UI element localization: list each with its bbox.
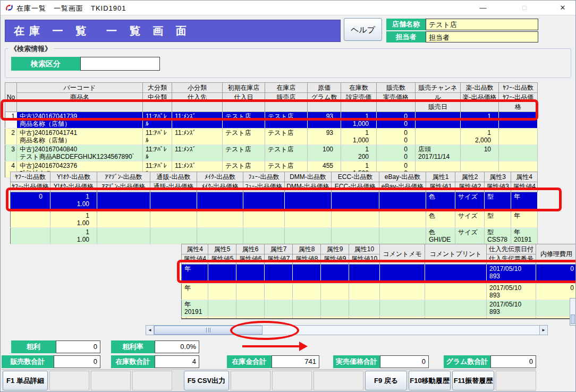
cell[interactable]: 1 2,000 bbox=[461, 129, 499, 145]
f1-item-detail-button[interactable]: F1 単品詳細 bbox=[3, 371, 48, 390]
cell[interactable]: テスト店 bbox=[223, 145, 265, 161]
cell[interactable]: 型 bbox=[485, 192, 511, 211]
cell[interactable]: 2017/05/10 893 bbox=[487, 300, 536, 317]
cell[interactable] bbox=[349, 317, 380, 320]
cell[interactable] bbox=[425, 284, 487, 300]
cell[interactable] bbox=[380, 265, 425, 284]
horizontal-scrollbar[interactable]: ◄ ► bbox=[146, 325, 548, 335]
scroll-right-icon[interactable]: ► bbox=[539, 326, 547, 335]
cell[interactable] bbox=[380, 317, 425, 320]
cell[interactable] bbox=[243, 192, 285, 211]
cell[interactable] bbox=[243, 228, 285, 244]
cell[interactable]: 2 bbox=[5, 129, 17, 145]
cell[interactable] bbox=[150, 211, 197, 228]
staff-field[interactable]: 担当者 bbox=[426, 31, 538, 42]
f11-transfer-history-button[interactable]: F11振替履歴 bbox=[452, 371, 494, 390]
cell[interactable] bbox=[499, 129, 538, 145]
cell[interactable]: テスト店 bbox=[265, 145, 308, 161]
table-row[interactable]: 3中古)240167040840 テスト商品ABCDEFGHIJK1234567… bbox=[5, 145, 538, 161]
cell[interactable] bbox=[499, 112, 538, 129]
cell[interactable] bbox=[236, 300, 265, 317]
cell[interactable] bbox=[285, 228, 332, 244]
cell[interactable] bbox=[208, 317, 236, 320]
cell[interactable] bbox=[321, 317, 349, 320]
cell[interactable] bbox=[243, 211, 285, 228]
cell[interactable]: 11:ｱﾊﾟﾚﾙ bbox=[143, 145, 172, 161]
cell[interactable] bbox=[379, 211, 426, 228]
cell[interactable] bbox=[11, 228, 50, 244]
cell[interactable] bbox=[425, 317, 487, 320]
cell[interactable] bbox=[236, 317, 265, 320]
store-name-field[interactable]: テスト店 bbox=[426, 19, 538, 30]
cell[interactable] bbox=[416, 129, 461, 145]
cell[interactable]: 3 bbox=[5, 145, 17, 161]
cell[interactable] bbox=[265, 300, 293, 317]
cell[interactable] bbox=[11, 211, 50, 228]
f5-csv-export-button[interactable]: F5 CSV出力 bbox=[184, 371, 229, 390]
table-row[interactable]: 年2017/05/10 8930 bbox=[182, 284, 576, 300]
table-row-selected[interactable]: 年2017/05/10 8930 bbox=[182, 265, 576, 284]
cell[interactable]: 店頭 2017/11/14 bbox=[416, 145, 461, 161]
cell[interactable]: 1 1,000 bbox=[341, 129, 377, 145]
cell[interactable]: 1 bbox=[5, 112, 17, 129]
cell[interactable] bbox=[332, 211, 379, 228]
cell[interactable] bbox=[208, 300, 236, 317]
table-row[interactable]: 年 20191232017/05/10 8930 bbox=[182, 300, 576, 317]
cell[interactable]: 11:ﾒﾝｽﾞ bbox=[172, 112, 223, 129]
cell[interactable]: 0 0 bbox=[377, 145, 416, 161]
help-button[interactable]: ヘルプ bbox=[344, 18, 382, 41]
cell[interactable]: 2017/05/10 893 bbox=[487, 284, 536, 300]
cell[interactable] bbox=[285, 211, 332, 228]
cell[interactable]: 年 bbox=[182, 317, 208, 320]
cell[interactable]: 11:ｱﾊﾟﾚﾙ bbox=[143, 129, 172, 145]
cell[interactable] bbox=[236, 265, 265, 284]
cell[interactable]: 1 1.00 bbox=[50, 228, 97, 244]
cell[interactable] bbox=[265, 265, 293, 284]
cell[interactable] bbox=[349, 265, 380, 284]
cell[interactable]: 10 bbox=[461, 145, 499, 161]
vertical-scrollbar[interactable] bbox=[570, 298, 576, 326]
cell[interactable] bbox=[332, 192, 379, 211]
cell[interactable] bbox=[265, 317, 293, 320]
cell[interactable] bbox=[380, 284, 425, 300]
cell[interactable] bbox=[293, 300, 321, 317]
cell[interactable]: テスト店 bbox=[223, 112, 265, 129]
cell[interactable]: 1 1.00 bbox=[50, 192, 97, 211]
table-row[interactable]: 2中古)240167041741 商品名称（店舗）11:ｱﾊﾟﾚﾙ11:ﾒﾝｽﾞ… bbox=[5, 129, 538, 145]
cell[interactable]: 100 bbox=[308, 145, 341, 161]
cell[interactable]: テスト店 bbox=[265, 129, 308, 145]
cell[interactable] bbox=[321, 265, 349, 284]
cell[interactable]: 年 bbox=[511, 211, 538, 228]
cell[interactable]: 93 bbox=[308, 112, 341, 129]
cell[interactable] bbox=[208, 284, 236, 300]
cell[interactable]: 93 bbox=[308, 129, 341, 145]
cell[interactable]: 色 GHI/DEF bbox=[426, 228, 455, 244]
table-row[interactable]: 1 1.00色 GHI/DEFサイズ型 CSS789年 2019123 bbox=[11, 228, 538, 244]
cell[interactable] bbox=[499, 145, 538, 161]
cell[interactable]: 11:ｱﾊﾟﾚﾙ bbox=[143, 112, 172, 129]
cell[interactable] bbox=[487, 317, 536, 320]
cell[interactable]: 中古)240167041741 商品名称（店舗） bbox=[17, 129, 143, 145]
cell[interactable]: 1 bbox=[461, 112, 499, 129]
cell[interactable] bbox=[97, 211, 150, 228]
cell[interactable]: 0 0 bbox=[377, 129, 416, 145]
cell[interactable]: 0 0 bbox=[377, 112, 416, 129]
cell[interactable]: 年 bbox=[182, 265, 208, 284]
cell[interactable]: 1 200 bbox=[341, 145, 377, 161]
minimize-button[interactable]: — bbox=[472, 1, 494, 15]
cell[interactable]: 11:ﾒﾝｽﾞ bbox=[172, 129, 223, 145]
cell[interactable]: サイズ bbox=[455, 228, 485, 244]
vertical-scrollbar-thumb[interactable] bbox=[571, 314, 575, 324]
cell[interactable] bbox=[293, 317, 321, 320]
cell[interactable] bbox=[197, 192, 243, 211]
cell[interactable]: 型 bbox=[485, 211, 511, 228]
cell[interactable] bbox=[197, 228, 243, 244]
cell[interactable] bbox=[416, 112, 461, 129]
cell[interactable] bbox=[425, 300, 487, 317]
cell[interactable]: 0 bbox=[536, 284, 576, 300]
cell[interactable] bbox=[208, 265, 236, 284]
cell[interactable]: 年 bbox=[182, 284, 208, 300]
cell[interactable] bbox=[425, 265, 487, 284]
cell[interactable] bbox=[379, 228, 426, 244]
f10-move-history-button[interactable]: F10移動履歴 bbox=[409, 371, 451, 390]
